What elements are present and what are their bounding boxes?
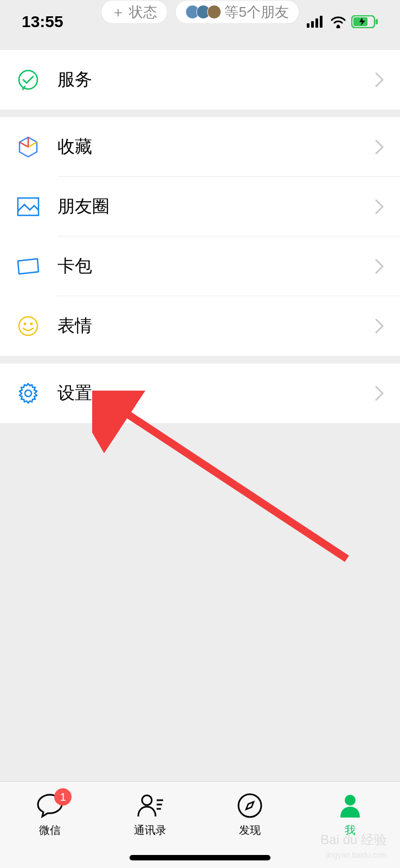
services-icon [16, 68, 40, 92]
svg-point-11 [24, 323, 27, 326]
discover-icon [236, 792, 264, 820]
row-services[interactable]: 服务 [0, 50, 400, 110]
svg-point-4 [337, 25, 340, 28]
moments-icon [16, 195, 40, 219]
section-settings: 设置 [0, 363, 400, 423]
section-group: 收藏 朋友圈 卡包 [0, 117, 400, 356]
status-bar: 13:55 ＋ 状态 等5个朋友 [0, 0, 400, 43]
wifi-icon [330, 15, 347, 28]
signal-icon [307, 16, 325, 28]
row-label-cards: 卡包 [57, 254, 375, 278]
stickers-icon [16, 314, 40, 338]
svg-point-15 [142, 795, 152, 805]
me-icon [336, 792, 364, 820]
chat-badge: 1 [54, 788, 72, 806]
watermark-sub: jingyan.baidu.com [326, 851, 387, 859]
chevron-icon [375, 72, 384, 87]
tab-discover[interactable]: 发现 [200, 792, 300, 838]
svg-point-12 [30, 323, 33, 326]
battery-icon [351, 15, 378, 28]
chevron-icon [375, 259, 384, 274]
svg-point-10 [19, 317, 37, 335]
status-pill-label: ＋ 状态 [111, 3, 157, 22]
menu-content: 服务 收藏 朋友圈 [0, 50, 400, 431]
friends-avatars [185, 5, 221, 19]
status-icons [307, 15, 378, 28]
watermark: Bai du 经验 [320, 831, 387, 848]
chevron-icon [375, 199, 384, 214]
settings-icon [16, 381, 40, 405]
chevron-icon [375, 318, 384, 334]
row-label-settings: 设置 [57, 381, 375, 405]
row-stickers[interactable]: 表情 [0, 296, 400, 356]
contacts-icon [136, 792, 164, 820]
svg-rect-7 [376, 19, 378, 24]
home-indicator[interactable] [130, 855, 270, 860]
row-label-favorites: 收藏 [57, 135, 375, 159]
cards-icon [16, 254, 40, 278]
chevron-icon [375, 386, 384, 401]
row-label-moments: 朋友圈 [57, 195, 375, 219]
row-settings[interactable]: 设置 [0, 363, 400, 423]
row-moments[interactable]: 朋友圈 [0, 177, 400, 237]
tab-chat[interactable]: 1 微信 [0, 792, 100, 838]
svg-point-8 [19, 71, 37, 89]
svg-rect-3 [320, 16, 322, 28]
svg-point-20 [345, 795, 356, 806]
section-services: 服务 [0, 50, 400, 110]
header-pills: ＋ 状态 等5个朋友 [101, 0, 299, 24]
svg-rect-2 [315, 18, 318, 28]
tab-label-contacts: 通讯录 [134, 823, 166, 838]
favorites-icon [16, 135, 40, 159]
svg-point-19 [238, 794, 261, 817]
tab-label-discover: 发现 [239, 823, 261, 838]
friends-pill[interactable]: 等5个朋友 [175, 0, 299, 24]
friends-pill-label: 等5个朋友 [224, 3, 288, 22]
row-cards[interactable]: 卡包 [0, 237, 400, 296]
row-label-services: 服务 [57, 68, 375, 92]
svg-point-13 [25, 390, 31, 397]
svg-rect-0 [307, 23, 309, 28]
status-time: 13:55 [22, 12, 63, 31]
row-favorites[interactable]: 收藏 [0, 117, 400, 177]
tab-contacts[interactable]: 通讯录 [100, 792, 201, 838]
chevron-icon [375, 139, 384, 155]
tab-label-chat: 微信 [39, 823, 61, 838]
svg-rect-1 [311, 21, 314, 28]
row-label-stickers: 表情 [57, 314, 375, 338]
status-pill[interactable]: ＋ 状态 [101, 0, 167, 24]
